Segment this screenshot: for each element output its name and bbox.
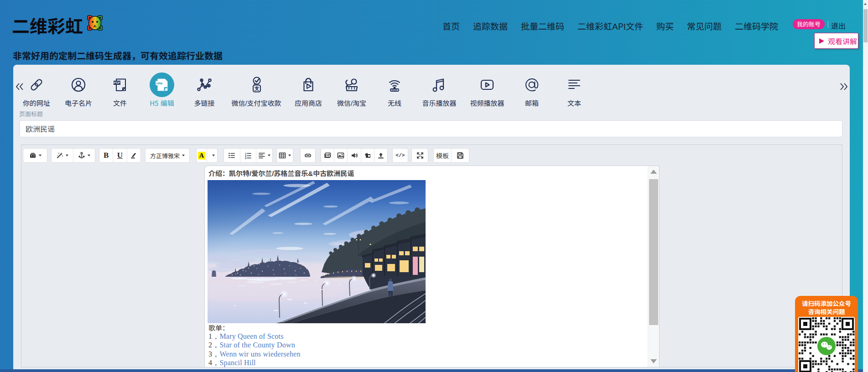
svg-text:HTML: HTML	[156, 82, 163, 85]
svg-text:3: 3	[245, 157, 246, 159]
svg-text:支: 支	[254, 86, 260, 91]
svg-text:PDF: PDF	[114, 81, 121, 84]
